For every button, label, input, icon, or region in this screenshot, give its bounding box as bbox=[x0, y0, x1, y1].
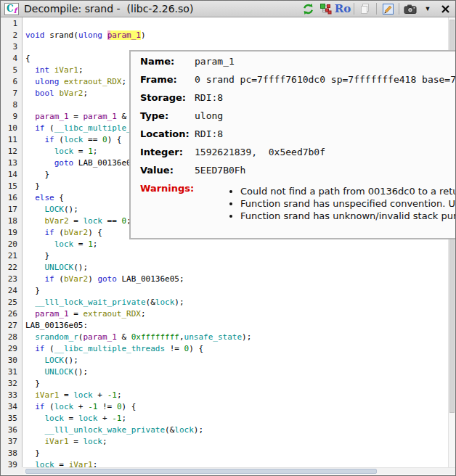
code-line[interactable]: 35 lock = lock + -1; bbox=[1, 414, 448, 425]
code-token: = bbox=[69, 309, 84, 319]
ro-button[interactable]: Ro bbox=[336, 2, 349, 15]
code-token bbox=[59, 77, 64, 86]
toolbar-separator bbox=[376, 3, 377, 15]
tooltip-label: Storage: bbox=[140, 92, 195, 103]
code-token: lock bbox=[84, 216, 103, 226]
warning-item: Function srand has unspecified conventio… bbox=[240, 197, 455, 210]
code-text: } bbox=[20, 181, 40, 193]
snapshot-camera-icon[interactable] bbox=[404, 2, 417, 15]
graph-icon[interactable] bbox=[319, 2, 332, 15]
line-number: 9 bbox=[1, 112, 20, 123]
code-line[interactable]: 25 __lll_lock_wait_private(&lock); bbox=[1, 298, 448, 309]
line-number: 28 bbox=[1, 332, 20, 344]
code-text: LOCK(); bbox=[20, 356, 78, 367]
code-line[interactable]: 31 UNLOCK(); bbox=[1, 367, 448, 379]
code-line[interactable]: 27LAB_00136e05: bbox=[1, 321, 448, 332]
code-token: 1 bbox=[88, 147, 93, 156]
code-line[interactable]: 22 UNLOCK(); bbox=[1, 263, 448, 274]
code-text: if (__libc_multiple_threads != 0) { bbox=[20, 344, 203, 356]
code-line[interactable]: 1 bbox=[1, 19, 448, 30]
code-line[interactable]: 24 } bbox=[1, 286, 448, 298]
code-line[interactable]: 34 if (lock + -1 != 0) { bbox=[1, 402, 448, 414]
code-line[interactable]: 36 __lll_unlock_wake_private(&lock); bbox=[1, 425, 448, 437]
line-number: 16 bbox=[1, 193, 20, 205]
horizontal-scrollbar-thumb[interactable] bbox=[25, 469, 377, 474]
code-token: goto bbox=[97, 274, 117, 284]
tooltip-row: Name:param_1 bbox=[140, 56, 455, 74]
code-token bbox=[25, 135, 45, 144]
code-line[interactable]: 38 } bbox=[1, 448, 448, 460]
code-token: (); bbox=[73, 367, 88, 377]
code-token: ( bbox=[54, 228, 64, 237]
code-line[interactable]: 20 lock = 1; bbox=[1, 239, 448, 251]
edit-icon[interactable] bbox=[381, 2, 394, 15]
horizontal-scrollbar[interactable] bbox=[23, 467, 455, 475]
code-token: lock bbox=[35, 460, 54, 467]
code-token: LAB_00136e05: bbox=[25, 321, 88, 330]
code-token: iVar1 bbox=[35, 390, 59, 400]
code-token: unsafe_state bbox=[184, 332, 242, 342]
code-token: goto bbox=[54, 158, 74, 168]
code-text bbox=[20, 19, 25, 30]
line-number: 33 bbox=[1, 390, 20, 402]
code-token: { bbox=[25, 54, 30, 63]
code-token bbox=[25, 437, 45, 446]
code-line[interactable]: 33 iVar1 = lock + -1; bbox=[1, 390, 448, 402]
code-token bbox=[25, 216, 45, 226]
code-token: bool bbox=[35, 89, 54, 98]
code-token: param_1 bbox=[35, 112, 68, 121]
code-token: bVar2 bbox=[59, 89, 83, 98]
tooltip-row: Integer:1592621839, 0x5eed7b0f bbox=[140, 147, 455, 165]
code-token: == bbox=[84, 135, 103, 144]
code-line[interactable]: 37 iVar1 = lock; bbox=[1, 437, 448, 448]
code-token: ulong bbox=[78, 30, 107, 40]
code-text: } bbox=[20, 170, 49, 181]
code-line[interactable]: 26 param_1 = extraout_RDX; bbox=[1, 309, 448, 321]
code-text: } bbox=[20, 251, 49, 263]
tooltip-value: RDI:8 bbox=[195, 128, 223, 139]
code-line[interactable]: 28 srandom_r(param_1 & 0xffffffff,unsafe… bbox=[1, 332, 448, 344]
code-token: extraout_RDX bbox=[83, 309, 140, 319]
tooltip-value: ulong bbox=[195, 110, 223, 121]
code-line[interactable]: 23 if (bVar2) goto LAB_00136e05; bbox=[1, 274, 448, 286]
code-token: bVar2 bbox=[64, 228, 88, 237]
code-token: } bbox=[25, 448, 40, 458]
code-token: UNLOCK bbox=[45, 263, 74, 272]
dropdown-arrow-icon[interactable]: ▼ bbox=[421, 2, 434, 15]
code-token bbox=[25, 193, 35, 202]
code-line[interactable]: 30 LOCK(); bbox=[1, 356, 448, 367]
code-line[interactable]: 39 lock = iVar1; bbox=[1, 460, 448, 467]
line-number: 1 bbox=[1, 19, 20, 30]
code-token: = bbox=[73, 239, 88, 249]
code-token bbox=[25, 298, 35, 307]
code-text: lock = iVar1; bbox=[20, 460, 97, 467]
code-token: = bbox=[69, 112, 84, 121]
code-token: iVar1 bbox=[54, 65, 78, 75]
tooltip-row: Value:5EED7B0Fh bbox=[140, 165, 455, 183]
line-number: 27 bbox=[1, 321, 20, 332]
code-token: = bbox=[64, 414, 78, 423]
code-token: ( bbox=[45, 344, 54, 353]
line-number: 36 bbox=[1, 425, 20, 437]
code-token: = bbox=[59, 390, 73, 400]
line-number: 15 bbox=[1, 181, 20, 193]
code-line[interactable]: 2void srand(ulong param_1) bbox=[1, 30, 448, 42]
code-token: param_1 bbox=[35, 309, 68, 319]
code-token: LOCK bbox=[45, 205, 65, 214]
code-token bbox=[25, 89, 35, 98]
code-line[interactable]: 32 } bbox=[1, 379, 448, 390]
code-text: } bbox=[20, 448, 40, 460]
code-line[interactable]: 21 } bbox=[1, 251, 448, 263]
code-token: (& bbox=[165, 425, 174, 435]
code-token: + bbox=[93, 390, 107, 400]
code-token: ; bbox=[122, 414, 127, 423]
tooltip-value: 1592621839, 0x5eed7b0f bbox=[195, 147, 325, 157]
copy-icon[interactable] bbox=[359, 2, 372, 15]
refresh-icon[interactable] bbox=[301, 2, 314, 15]
close-icon[interactable] bbox=[439, 2, 452, 15]
code-token: ulong bbox=[35, 77, 59, 86]
code-line[interactable]: 29 if (__libc_multiple_threads != 0) { bbox=[1, 344, 448, 356]
code-token: = bbox=[54, 460, 69, 467]
code-text: bool bVar2; bbox=[20, 89, 88, 100]
line-number: 19 bbox=[1, 228, 20, 239]
